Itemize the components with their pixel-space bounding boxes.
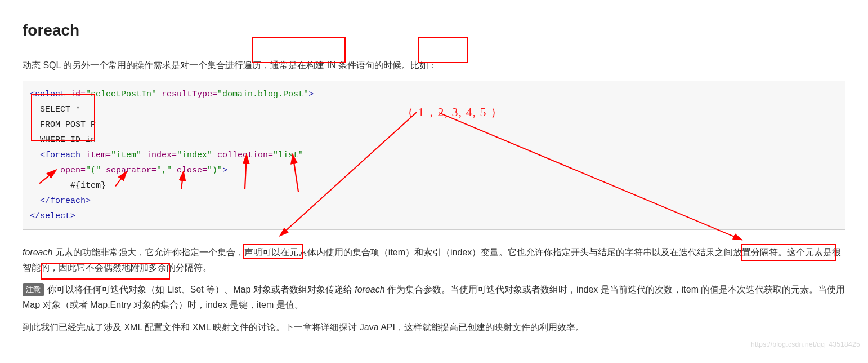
desc-text: ，声明可以在元素体内使用的集合项（item）和索引（index）变量。它也允许你… (235, 247, 571, 257)
code-attr: index= (141, 150, 177, 160)
desc-text: 串以及在 (643, 247, 679, 257)
code-sql: SELECT * (30, 105, 80, 114)
code-sql: WHERE ID in (30, 135, 96, 145)
term-foreach: foreach (23, 247, 52, 257)
code-val: "index" (177, 150, 212, 160)
intro-text-d: IN 条件语 (327, 60, 365, 70)
code-tag: > (222, 166, 227, 175)
intro-text-c: ，通常是在构建 (261, 60, 326, 70)
section-heading: foreach (23, 17, 845, 44)
code-attr: close= (172, 166, 207, 175)
desc-text: 迭代结果之间放置分隔符。 (679, 247, 787, 257)
code-val: "list" (273, 150, 303, 160)
code-val: "(" (86, 166, 101, 175)
code-attr: separator= (101, 166, 156, 175)
code-tag: </select> (30, 211, 75, 221)
desc-text: 元素的功能非常强大，它允许你指定 (52, 247, 199, 257)
intro-text-b: 个集合进行遍历 (198, 60, 261, 70)
closing-paragraph: 到此我们已经完成了涉及 XML 配置文件和 XML 映射文件的讨论。下一章将详细… (23, 320, 845, 335)
code-val: "domain.blog.Post" (217, 90, 308, 99)
code-attr: item= (80, 150, 111, 160)
intro-paragraph: 动态 SQL 的另外一个常用的操作需求是对一个集合进行遍历，通常是在构建 IN … (23, 57, 845, 73)
code-attr: collection= (212, 150, 273, 160)
code-block: <select id="selectPostIn" resultType="do… (23, 81, 845, 230)
code-val: "," (156, 166, 172, 175)
desc-text: 开头与结尾的字符 (571, 247, 643, 257)
intro-text-a: 动态 SQL 的另外一个常用的操作需求是对一 (23, 60, 198, 70)
term-foreach: foreach (355, 285, 384, 294)
code-val: ")" (207, 166, 222, 175)
watermark-text: https://blog.csdn.net/qq_43518425 (751, 339, 860, 350)
code-sql: FROM POST P (30, 120, 96, 130)
intro-text-e: 句的时候。比如： (365, 60, 437, 70)
code-attr: id= (65, 90, 86, 99)
code-val: "item" (111, 150, 141, 160)
code-item: #{item} (30, 181, 106, 191)
code-tag: <select (30, 90, 65, 99)
note-paragraph: 注意 你可以将任何可迭代对象（如 List、Set 等）、Map 对象或者数组对… (23, 282, 845, 312)
note-text: 你可以将任何可迭代对象（如 List、Set 等）、Map 对象或者数组对象传递… (45, 285, 355, 294)
code-tag: <foreach (30, 150, 80, 160)
desc-text: 一个集合 (199, 247, 235, 257)
code-attr: open= (30, 166, 86, 175)
desc-paragraph: foreach 元素的功能非常强大，它允许你指定一个集合，声明可以在元素体内使用… (23, 245, 845, 275)
code-tag: </foreach> (30, 196, 91, 206)
code-attr: resultType= (156, 90, 217, 99)
note-badge: 注意 (23, 283, 44, 296)
code-tag: > (308, 90, 314, 99)
code-val: "selectPostIn" (86, 90, 156, 99)
